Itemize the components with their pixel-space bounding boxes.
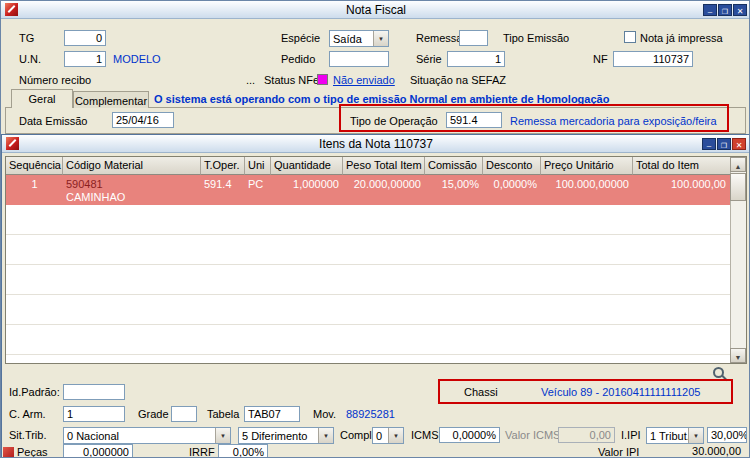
emission-mode-banner: O sistema está operando com o tipo de em…: [154, 93, 609, 105]
minimize-button[interactable]: [703, 4, 717, 16]
chevron-down-icon[interactable]: [318, 428, 333, 443]
col-header-total-item: Total do Item: [633, 157, 730, 175]
scroll-down-icon[interactable]: [730, 348, 746, 363]
scroll-up-icon[interactable]: [730, 157, 746, 172]
col-header-desconto: Desconto: [483, 157, 541, 175]
screen: Nota Fiscal TG 0 Espécie Saída Remessa T…: [0, 0, 750, 458]
compl-label: Compl: [340, 429, 372, 441]
data-emissao-field[interactable]: 25/04/16: [112, 112, 174, 128]
itens-close-button[interactable]: [732, 138, 746, 150]
col-header-sequencia: Sequência: [6, 157, 63, 175]
especie-select[interactable]: Saída: [329, 30, 389, 47]
ipi-pct-field[interactable]: 30,00%: [707, 427, 747, 443]
valor-ipi-value: 30.000,00: [649, 444, 744, 458]
close-button[interactable]: [733, 4, 747, 16]
un-field[interactable]: 1: [64, 51, 106, 67]
un-label: U.N.: [19, 53, 41, 65]
mov-label: Mov.: [313, 408, 336, 420]
cell-desconto: 0,0000%: [485, 178, 537, 190]
tipo-operacao-description: Remessa mercadoria para exposição/feira: [510, 115, 717, 127]
nota-fiscal-titlebar[interactable]: Nota Fiscal: [1, 1, 750, 19]
cell-uni: PC: [248, 178, 268, 190]
especie-label: Espécie: [281, 32, 320, 44]
pedido-label: Pedido: [281, 53, 315, 65]
maximize-button[interactable]: [718, 4, 732, 16]
cell-comissao: 15,00%: [427, 178, 479, 190]
sit-trib-select[interactable]: 0 Nacional: [63, 427, 231, 444]
scrollbar-thumb[interactable]: [730, 173, 746, 201]
chassi-value: Veículo 89 - 20160411111111205: [541, 386, 700, 398]
cell-total-item: 100.000,00: [635, 178, 726, 190]
irrf-field[interactable]: 0,00%: [218, 444, 268, 458]
record-flag-icon: [3, 447, 14, 458]
tabela-label: Tabela: [207, 408, 239, 420]
remessa-field[interactable]: [459, 30, 488, 46]
un-description: MODELO: [113, 53, 161, 65]
nf-label: NF: [593, 53, 608, 65]
zoom-magnifier-icon[interactable]: [713, 367, 724, 378]
pedido-field[interactable]: [329, 51, 389, 67]
tipo-operacao-field[interactable]: 591.4: [446, 112, 502, 128]
situacao-sefaz-label: Situação na SEFAZ: [410, 74, 506, 86]
valor-ipi-label: Valor IPI: [598, 446, 639, 458]
status-nfe-value: Não enviado: [333, 74, 395, 86]
col-header-quantidade: Quantidade: [271, 157, 343, 175]
remessa-label: Remessa: [416, 32, 462, 44]
ipi-value: 1 Tribut.: [647, 430, 688, 442]
col-header-uni: Uni: [245, 157, 271, 175]
chevron-down-icon[interactable]: [215, 428, 230, 443]
serie-field[interactable]: 1: [447, 51, 505, 67]
numero-recibo-browse-button[interactable]: ...: [246, 74, 255, 86]
sit-trib-label: Sit.Trib.: [9, 429, 47, 441]
nota-impressa-label: Nota já impressa: [640, 32, 723, 44]
cell-peso-total: 20.000,00000: [345, 178, 421, 190]
icms-field[interactable]: 0,0000%: [439, 427, 500, 443]
tab-geral[interactable]: Geral: [11, 89, 73, 108]
pecas-field[interactable]: 0,000000: [63, 444, 133, 458]
chevron-down-icon[interactable]: [373, 31, 388, 46]
cell-codigo-material: 590481: [66, 178, 196, 190]
valor-icms-field: 0,00: [558, 427, 615, 443]
trib-icms-value: 5 Diferimento: [239, 430, 318, 442]
compl-select[interactable]: 0: [372, 427, 404, 444]
col-header-preco-unitario: Preço Unitário: [541, 157, 633, 175]
col-header-codigo-material: Código Material: [63, 157, 201, 175]
tipo-operacao-label: Tipo de Operação: [350, 115, 438, 127]
numero-recibo-label: Número recibo: [19, 74, 91, 86]
cell-sequencia: 1: [6, 178, 63, 190]
trib-icms-select[interactable]: 5 Diferimento: [238, 427, 334, 444]
chevron-down-icon[interactable]: [388, 428, 403, 443]
mov-value: 88925281: [346, 408, 395, 420]
sit-trib-value: 0 Nacional: [64, 430, 215, 442]
valor-icms-label: Valor ICMS: [505, 429, 560, 441]
chevron-down-icon[interactable]: [688, 428, 703, 443]
nota-impressa-checkbox[interactable]: [624, 31, 636, 43]
nf-field[interactable]: 110737: [613, 51, 693, 67]
grade-label: Grade: [138, 408, 169, 420]
itens-titlebar[interactable]: Itens da Nota 110737: [2, 135, 750, 153]
grade-field[interactable]: [171, 406, 197, 422]
cell-t-oper: 591.4: [204, 178, 242, 190]
status-nfe-label: Status NFe: [264, 74, 319, 86]
itens-maximize-button[interactable]: [717, 138, 731, 150]
c-arm-field[interactable]: 1: [63, 406, 125, 422]
col-header-t-oper: T.Oper.: [201, 157, 245, 175]
serie-label: Série: [416, 53, 442, 65]
cell-codigo-material-desc: CAMINHAO: [66, 191, 196, 203]
tg-label: TG: [19, 32, 34, 44]
col-header-comissao: Comissão: [425, 157, 483, 175]
id-padrao-field[interactable]: [63, 384, 125, 400]
irrf-label: IRRF: [189, 446, 215, 458]
tg-field[interactable]: 0: [64, 30, 106, 46]
itens-minimize-button[interactable]: [702, 138, 716, 150]
ipi-select[interactable]: 1 Tribut.: [646, 427, 704, 444]
tab-complementar[interactable]: Complementar: [73, 91, 149, 108]
compl-value: 0: [373, 430, 388, 442]
id-padrao-label: Id.Padrão:: [9, 386, 60, 398]
data-emissao-label: Data Emissão: [19, 115, 87, 127]
tabela-field[interactable]: TAB07: [244, 406, 300, 422]
col-header-peso-total: Peso Total Item: [343, 157, 425, 175]
nota-fiscal-title: Nota Fiscal: [1, 3, 750, 17]
ipi-label: I.IPI: [621, 429, 641, 441]
itens-title: Itens da Nota 110737: [2, 137, 750, 151]
